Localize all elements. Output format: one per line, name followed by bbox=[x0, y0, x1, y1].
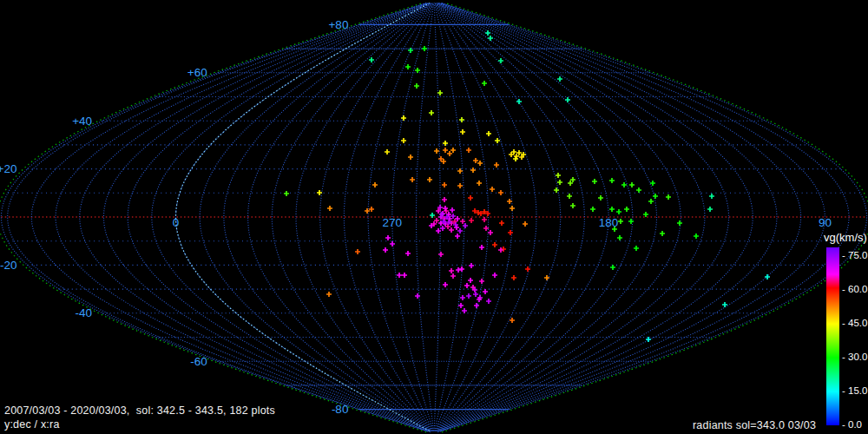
radiant-point bbox=[468, 278, 473, 283]
radiant-point bbox=[477, 181, 482, 186]
radiant-point bbox=[355, 249, 360, 254]
legend-tick: - 0.0 bbox=[842, 419, 862, 430]
radiant-point bbox=[709, 194, 714, 199]
dec-axis-label: -60 bbox=[190, 355, 207, 368]
date-sol-range-label: 2007/03/03 - 2020/03/03, sol: 342.5 - 34… bbox=[4, 404, 275, 417]
radiant-point bbox=[414, 83, 419, 89]
radiant-point bbox=[369, 57, 374, 62]
radiant-point bbox=[557, 180, 562, 185]
radiant-point bbox=[490, 187, 495, 192]
radiant-point bbox=[486, 131, 491, 136]
grid-meridian bbox=[437, 3, 609, 431]
radiant-point bbox=[402, 273, 407, 278]
radiant-point bbox=[466, 148, 471, 153]
radiant-point bbox=[492, 273, 497, 278]
radiant-point bbox=[415, 68, 420, 73]
radiant-point bbox=[523, 221, 528, 227]
radiant-point bbox=[488, 230, 493, 235]
legend-tick: - 15.0 bbox=[842, 385, 867, 396]
radiant-point bbox=[494, 162, 499, 168]
radiant-point bbox=[454, 225, 459, 230]
ra-axis-label: 0 bbox=[173, 216, 180, 229]
radiant-point bbox=[509, 152, 514, 157]
colorbar bbox=[826, 247, 839, 425]
radiant-point bbox=[498, 247, 503, 253]
legend-tick: - 30.0 bbox=[842, 352, 867, 362]
radiant-point bbox=[326, 292, 332, 297]
radiant-point bbox=[443, 206, 448, 211]
grid-meridian bbox=[436, 3, 536, 431]
radiant-point bbox=[592, 179, 597, 184]
legend-tick: - 45.0 bbox=[842, 318, 867, 328]
radiant-point bbox=[434, 148, 439, 154]
radiant-point bbox=[447, 151, 452, 156]
radiant-point bbox=[450, 207, 455, 213]
radiant-point bbox=[482, 81, 487, 86]
radiant-point bbox=[442, 197, 447, 202]
radiant-point bbox=[470, 168, 476, 173]
radiant-point bbox=[434, 218, 439, 223]
legend-tick: - 75.0 bbox=[842, 250, 867, 260]
radiant-point bbox=[449, 268, 454, 273]
radiant-point bbox=[479, 279, 484, 284]
radiant-point bbox=[390, 241, 395, 247]
radiant-point bbox=[372, 182, 378, 187]
radiant-point bbox=[650, 181, 655, 186]
radiant-point bbox=[397, 273, 402, 278]
ra-axis-label: 270 bbox=[383, 216, 403, 229]
dec-axis-label: -80 bbox=[332, 403, 349, 416]
radiant-point bbox=[634, 246, 639, 251]
radiant-point bbox=[598, 195, 603, 201]
radiant-point bbox=[609, 178, 615, 183]
radiant-point bbox=[383, 247, 388, 253]
ra-axis-label: 180 bbox=[599, 216, 619, 229]
radiant-point bbox=[570, 203, 575, 208]
radiant-point bbox=[590, 207, 595, 212]
radiant-point bbox=[442, 182, 447, 187]
radiant-point bbox=[511, 149, 516, 155]
radiant-point bbox=[444, 208, 449, 214]
radiant-point bbox=[621, 182, 627, 187]
radiant-point bbox=[516, 99, 522, 104]
radiant-point bbox=[443, 148, 448, 153]
radiant-point bbox=[513, 156, 518, 161]
radiant-point bbox=[629, 182, 635, 187]
radiant-point bbox=[510, 318, 515, 323]
radiant-point bbox=[617, 235, 622, 240]
map-boundary bbox=[437, 3, 866, 432]
radiant-point bbox=[474, 303, 479, 308]
radiant-point bbox=[469, 263, 474, 268]
radiant-point bbox=[327, 206, 332, 211]
radiant-point bbox=[445, 224, 450, 229]
radiant-point bbox=[498, 190, 503, 195]
dec-axis-label: +40 bbox=[72, 115, 92, 128]
radiant-point bbox=[458, 303, 464, 308]
dec-axis-label: -40 bbox=[76, 306, 93, 319]
radiant-point bbox=[317, 190, 322, 195]
radiant-point bbox=[460, 295, 465, 300]
radiant-point bbox=[707, 207, 713, 212]
radiant-point bbox=[456, 267, 461, 273]
radiant-point bbox=[405, 251, 411, 256]
radiants-sol-label: radiants sol=343.0 03/03 bbox=[693, 419, 816, 431]
radiant-point bbox=[618, 219, 623, 224]
radiant-point bbox=[455, 233, 460, 239]
legend-tick: - 60.0 bbox=[842, 284, 867, 294]
radiant-point bbox=[422, 46, 427, 51]
radiant-point bbox=[488, 36, 493, 41]
radiant-point bbox=[694, 233, 699, 239]
radiant-point bbox=[570, 177, 575, 182]
radiant-point bbox=[616, 209, 621, 214]
radiant-point bbox=[469, 218, 474, 223]
sky-map-canvas: +80+60+40+20-20-40-60-80027018090 bbox=[0, 0, 868, 434]
radiant-point bbox=[450, 148, 456, 153]
radiant-point bbox=[408, 48, 413, 53]
radiant-map-screen: +80+60+40+20-20-40-60-80027018090 2007/0… bbox=[0, 0, 868, 434]
radiant-point bbox=[482, 217, 487, 222]
dec-axis-label: +80 bbox=[328, 18, 348, 31]
radiant-point bbox=[501, 247, 506, 252]
radiant-point bbox=[514, 154, 519, 159]
radiant-point bbox=[459, 117, 464, 122]
dec-axis-label: +20 bbox=[0, 162, 17, 175]
radiant-point bbox=[556, 173, 561, 178]
